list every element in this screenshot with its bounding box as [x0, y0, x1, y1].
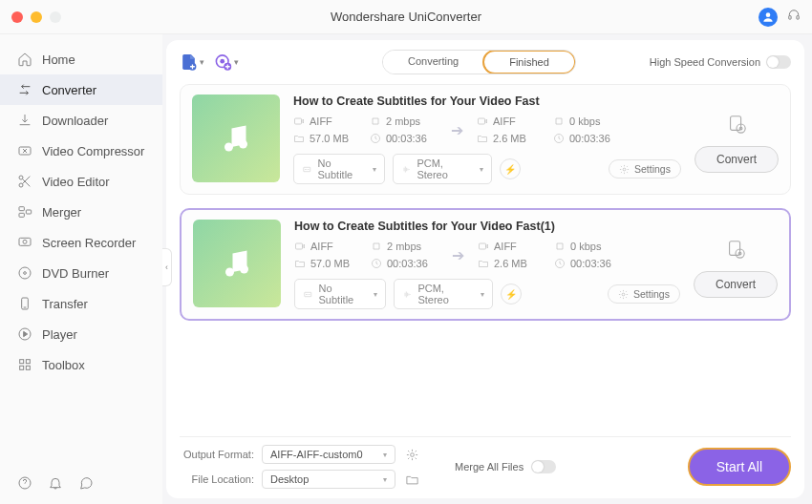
svg-rect-15: [20, 360, 24, 364]
help-button[interactable]: [17, 475, 32, 494]
gear-icon: [405, 448, 419, 462]
content-panel: ▾ ▾ Converting Finished High Speed Conve…: [166, 40, 804, 498]
support-button[interactable]: [787, 9, 801, 26]
dst-duration: 00:03:36: [554, 258, 621, 269]
sidebar-item-video-compressor[interactable]: Video Compressor: [0, 136, 162, 166]
svg-rect-28: [479, 118, 485, 124]
tab-converting[interactable]: Converting: [383, 51, 483, 74]
output-format-select[interactable]: AIFF-AIFF-custom0▾: [262, 445, 395, 464]
audio-dropdown[interactable]: PCM, Stereo▾: [394, 279, 493, 309]
settings-button[interactable]: Settings: [609, 159, 681, 178]
grid-icon: [17, 357, 32, 372]
svg-point-10: [23, 240, 27, 243]
output-settings-icon-button[interactable]: [403, 446, 420, 463]
file-card[interactable]: How to Create Subtitles for Your Video F…: [180, 84, 791, 195]
merge-toggle-row: Merge All Files: [455, 460, 556, 473]
svg-point-12: [24, 272, 27, 275]
tab-finished[interactable]: Finished: [482, 50, 576, 74]
sidebar-item-label: Video Editor: [42, 175, 110, 189]
subtitle-icon: [303, 289, 313, 300]
window-controls: [11, 11, 61, 23]
svg-rect-9: [19, 238, 31, 245]
file-title: How to Create Subtitles for Your Video F…: [293, 94, 681, 108]
sidebar-item-player[interactable]: Player: [0, 319, 162, 349]
sidebar-item-converter[interactable]: Converter: [0, 74, 162, 105]
feedback-button[interactable]: [78, 475, 94, 494]
src-bitrate: 2 mbps: [370, 116, 437, 127]
arrow-right-icon: ➔: [447, 244, 468, 265]
output-settings-button[interactable]: [726, 114, 747, 135]
add-url-button[interactable]: ▾: [214, 52, 239, 73]
sidebar-item-screen-recorder[interactable]: Screen Recorder: [0, 227, 162, 258]
sidebar-item-transfer[interactable]: Transfer: [0, 288, 162, 319]
folder-icon: [294, 258, 306, 269]
sidebar-item-downloader[interactable]: Downloader: [0, 105, 162, 136]
maximize-window-button[interactable]: [50, 11, 61, 23]
dst-bitrate: 0 kbps: [553, 116, 620, 127]
dst-size: 2.6 MB: [477, 133, 544, 144]
target-plus-icon: [214, 52, 232, 72]
convert-button[interactable]: Convert: [694, 146, 779, 173]
account-avatar[interactable]: [759, 8, 778, 27]
scissors-icon: [17, 174, 32, 189]
speed-button[interactable]: ⚡: [501, 284, 522, 304]
clock-icon: [371, 258, 382, 269]
minimize-window-button[interactable]: [31, 11, 42, 23]
notifications-button[interactable]: [48, 475, 63, 494]
src-size: 57.0 MB: [293, 133, 360, 144]
convert-button[interactable]: Convert: [694, 271, 778, 298]
file-location-select[interactable]: Desktop▾: [262, 470, 395, 489]
sidebar-item-dvd-burner[interactable]: DVD Burner: [0, 258, 162, 288]
sidebar-item-merger[interactable]: Merger: [0, 197, 162, 227]
svg-point-0: [766, 12, 771, 17]
speed-icon: ⚡: [504, 164, 516, 175]
settings-button[interactable]: Settings: [608, 284, 680, 304]
add-file-button[interactable]: ▾: [180, 52, 204, 73]
svg-rect-41: [305, 292, 311, 296]
download-icon: [17, 113, 32, 128]
start-all-button[interactable]: Start All: [688, 448, 791, 486]
src-bitrate: 2 mbps: [371, 241, 438, 252]
video-icon: [478, 241, 489, 252]
dst-duration: 00:03:36: [553, 133, 620, 144]
video-icon: [293, 116, 305, 127]
folder-icon: [293, 133, 305, 144]
high-speed-toggle[interactable]: [766, 55, 791, 69]
subtitle-dropdown[interactable]: No Subtitle▾: [293, 154, 385, 184]
sidebar-item-toolbox[interactable]: Toolbox: [0, 349, 162, 380]
speed-icon: ⚡: [505, 289, 517, 300]
sidebar-item-video-editor[interactable]: Video Editor: [0, 166, 162, 197]
svg-rect-39: [480, 243, 486, 249]
sidebar-item-label: Transfer: [42, 297, 88, 311]
audio-dropdown[interactable]: PCM, Stereo▾: [393, 154, 492, 184]
merge-toggle[interactable]: [531, 460, 556, 473]
svg-rect-17: [20, 366, 24, 369]
dst-format: AIFF: [478, 241, 545, 252]
collapse-sidebar-button[interactable]: ‹: [162, 248, 172, 286]
gear-icon: [619, 164, 630, 175]
status-tabs: Converting Finished: [382, 50, 576, 74]
svg-rect-30: [304, 167, 310, 171]
sidebar-item-label: DVD Burner: [42, 266, 109, 281]
compress-icon: [17, 143, 32, 158]
clock-icon: [553, 133, 565, 144]
dst-format: AIFF: [477, 116, 544, 127]
sidebar-item-home[interactable]: Home: [0, 44, 162, 74]
file-plus-icon: [180, 52, 198, 72]
speed-button[interactable]: ⚡: [500, 158, 521, 179]
svg-rect-16: [26, 360, 30, 364]
src-duration: 00:03:36: [371, 258, 438, 269]
file-card[interactable]: How to Create Subtitles for Your Video F…: [180, 208, 791, 321]
music-note-icon: [220, 246, 254, 281]
sidebar-item-label: Home: [42, 52, 75, 67]
subtitle-dropdown[interactable]: No Subtitle▾: [294, 279, 386, 309]
close-window-button[interactable]: [11, 11, 23, 23]
open-folder-button[interactable]: [403, 471, 420, 488]
high-speed-label: High Speed Conversion: [650, 56, 760, 68]
svg-rect-7: [19, 213, 24, 217]
sidebar-item-label: Player: [42, 327, 77, 342]
chevron-down-icon: ▾: [234, 57, 239, 67]
video-icon: [294, 241, 306, 252]
gear-icon: [618, 289, 629, 300]
output-settings-button[interactable]: [725, 239, 746, 260]
